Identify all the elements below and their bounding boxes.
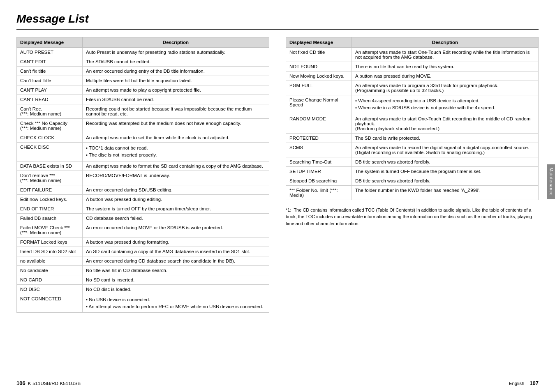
- message-cell: PGM FULL: [286, 81, 352, 95]
- table-row: PROTECTEDThe SD card is write protected.: [286, 133, 539, 143]
- table-row: No candidateNo title was hit in CD datab…: [17, 265, 269, 275]
- table-row: NOT FOUNDThere is no file that can be re…: [286, 62, 539, 71]
- description-cell: An SD card containing a copy of the AMG …: [83, 247, 269, 256]
- message-cell: AUTO PRESET: [17, 48, 83, 57]
- list-item: No USB device is connected.: [86, 296, 266, 303]
- description-cell: TOC*1 data cannot be read.The disc is no…: [83, 143, 269, 161]
- page-title: Message List: [16, 12, 539, 25]
- message-cell: END OF TIMER: [17, 204, 83, 213]
- message-cell: Not fixed CD title: [286, 48, 352, 62]
- message-cell: FORMAT Locked keys: [17, 237, 83, 247]
- page-number-left: 106: [16, 380, 25, 386]
- table-row: SETUP TIMERThe system is turned OFF beca…: [286, 166, 539, 176]
- description-cell: When 4x-speed recording into a USB devic…: [352, 95, 539, 114]
- description-cell: An error occurred during MOVE or the SD/…: [83, 223, 269, 237]
- message-cell: PROTECTED: [286, 133, 352, 143]
- table-row: CAN'T READFiles in SD/USB cannot be read…: [17, 95, 269, 104]
- footer-model: K-511USB/RD-K511USB: [28, 381, 81, 386]
- message-cell: Edit now Locked keys.: [17, 194, 83, 204]
- description-cell: An attempt was made to program a 33rd tr…: [352, 81, 539, 95]
- message-cell: RANDOM MODE: [286, 114, 352, 133]
- description-cell: DB title search was aborted forcibly.: [352, 157, 539, 166]
- message-cell: *** Folder No. limit (***: Media): [286, 185, 352, 200]
- message-cell: no available: [17, 256, 83, 265]
- table-row: FORMAT Locked keysA button was pressed d…: [17, 237, 269, 247]
- message-cell: Stopped DB searching: [286, 176, 352, 185]
- footnote-body: The CD contains information called TOC (…: [286, 208, 532, 226]
- right-col2-header: Description: [352, 37, 539, 48]
- description-cell: The SD/USB cannot be edited.: [83, 57, 269, 67]
- page-container: Message List Displayed Message Descripti…: [0, 0, 555, 329]
- message-cell: NOT FOUND: [286, 62, 352, 71]
- table-row: PGM FULLAn attempt was made to program a…: [286, 81, 539, 95]
- table-row: SCMSAn attempt was made to record the di…: [286, 143, 539, 157]
- footer-right: English 107: [509, 380, 539, 386]
- description-cell: An attempt was made to set the timer whi…: [83, 133, 269, 143]
- message-cell: Don't remove ***(***: Medium name): [17, 171, 83, 185]
- table-row: CAN'T PLAYAn attempt was made to play a …: [17, 85, 269, 95]
- description-cell: CD database search failed.: [83, 213, 269, 223]
- description-cell: No CD disc is loaded.: [83, 284, 269, 294]
- message-cell: Failed MOVE Check ***(***: Medium name): [17, 223, 83, 237]
- page-number-right: 107: [530, 380, 539, 386]
- footer-left: 106 K-511USB/RD-K511USB: [16, 380, 81, 386]
- description-cell: A button was pressed during editing.: [83, 194, 269, 204]
- message-cell: Failed DB search: [17, 213, 83, 223]
- list-item: TOC*1 data cannot be read.: [86, 145, 266, 152]
- message-cell: No candidate: [17, 265, 83, 275]
- description-cell: RECORD/MOVE/FORMAT is underway.: [83, 171, 269, 185]
- message-cell: DATA BASE exists in SD: [17, 161, 83, 171]
- table-row: Failed DB searchCD database search faile…: [17, 213, 269, 223]
- message-cell: Please Change Normal Speed: [286, 95, 352, 114]
- table-row: CHECK DISCTOC*1 data cannot be read.The …: [17, 143, 269, 161]
- message-cell: NO CARD: [17, 275, 83, 284]
- table-row: *** Folder No. limit (***: Media)The fol…: [286, 185, 539, 200]
- table-row: Check *** No Capacity(***: Medium name)R…: [17, 119, 269, 133]
- message-cell: Insert DB SD into SD2 slot: [17, 247, 83, 256]
- table-row: RANDOM MODEAn attempt was made to start …: [286, 114, 539, 133]
- message-cell: CAN'T PLAY: [17, 85, 83, 95]
- table-row: Insert DB SD into SD2 slotAn SD card con…: [17, 247, 269, 256]
- message-cell: Searching Time-Out: [286, 157, 352, 166]
- description-cell: An error occurred during SD/USB editing.: [83, 185, 269, 194]
- left-col2-header: Description: [83, 37, 269, 48]
- description-cell: An attempt was made to play a copyright …: [83, 85, 269, 95]
- description-cell: An attempt was made to record the digita…: [352, 143, 539, 157]
- table-row: Can't Rec.(***: Medium name)Recording co…: [17, 104, 269, 119]
- table-row: NOT CONNECTEDNo USB device is connected.…: [17, 294, 269, 313]
- left-column: Displayed Message Description AUTO PRESE…: [16, 37, 269, 313]
- description-cell: Multiple tiles were hit but the title ac…: [83, 76, 269, 85]
- description-cell: A button was pressed during formatting.: [83, 237, 269, 247]
- table-row: EDIT FAILUREAn error occurred during SD/…: [17, 185, 269, 194]
- description-cell: The SD card is write protected.: [352, 133, 539, 143]
- table-row: END OF TIMERThe system is turned OFF by …: [17, 204, 269, 213]
- table-row: no availableAn error occurred during CD …: [17, 256, 269, 265]
- page-footer: 106 K-511USB/RD-K511USB English 107: [0, 380, 555, 386]
- right-table: Displayed Message Description Not fixed …: [286, 37, 539, 200]
- description-cell: There is no file that can be read by thi…: [352, 62, 539, 71]
- table-row: Searching Time-OutDB title search was ab…: [286, 157, 539, 166]
- title-rule: [16, 29, 539, 30]
- table-row: NO DISCNo CD disc is loaded.: [17, 284, 269, 294]
- list-item: The disc is not inserted properly.: [86, 152, 266, 159]
- message-cell: NO DISC: [17, 284, 83, 294]
- list-item: An attempt was made to perform REC or MO…: [86, 303, 266, 310]
- description-cell: An error occurred during CD database sea…: [83, 256, 269, 265]
- table-row: CAN'T EDITThe SD/USB cannot be edited.: [17, 57, 269, 67]
- message-cell: SCMS: [286, 143, 352, 157]
- table-row: Can't fix titleAn error occurred during …: [17, 67, 269, 76]
- left-table: Displayed Message Description AUTO PRESE…: [16, 37, 269, 313]
- description-cell: Recording was attempted but the medium d…: [83, 119, 269, 133]
- table-row: Can't load TitleMultiple tiles were hit …: [17, 76, 269, 85]
- description-cell: Auto Preset is underway for presetting r…: [83, 48, 269, 57]
- description-cell: No SD card is inserted.: [83, 275, 269, 284]
- footnote-text: *1: The CD contains information called T…: [286, 207, 539, 227]
- description-cell: An error occurred during entry of the DB…: [83, 67, 269, 76]
- message-cell: CHECK DISC: [17, 143, 83, 161]
- message-cell: Now Moving Locked keys.: [286, 71, 352, 81]
- description-cell: Recording could not be started because i…: [83, 104, 269, 119]
- table-row: Failed MOVE Check ***(***: Medium name)A…: [17, 223, 269, 237]
- table-row: CHECK CLOCKAn attempt was made to set th…: [17, 133, 269, 143]
- message-cell: CAN'T EDIT: [17, 57, 83, 67]
- description-cell: No USB device is connected.An attempt wa…: [83, 294, 269, 313]
